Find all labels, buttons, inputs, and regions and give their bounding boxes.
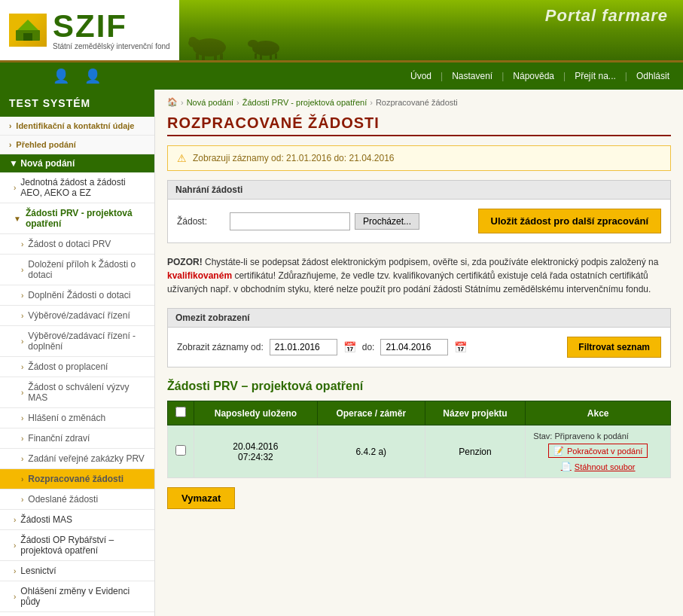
file-input-box[interactable] [230,212,350,230]
upload-label: Žádost: [177,216,222,227]
sidebar-item-zakazka-prv[interactable]: › Zadání veřejné zakázky PRV [0,449,154,469]
th-checkbox [168,401,194,425]
sidebar-label: Výběrové/zadávací řízení [28,310,130,321]
arrow-icon: › [9,141,11,149]
user-icon-1[interactable]: 👤 [53,68,69,84]
sidebar-item-vyzva-mas[interactable]: › Žádost o schválení výzvy MAS [0,377,154,408]
sidebar-label: Žádost o proplacení [28,361,108,372]
sidebar-label: Žádost o dotaci PRV [28,239,111,249]
row-checkbox[interactable] [175,445,186,456]
arrow-icon: › [14,541,16,550]
sidebar-label: Hlášení o změnách [28,413,105,423]
arrow-icon: › [9,122,11,130]
upload-section-title: Nahrání žádosti [168,181,670,200]
continue-icon: 📝 [553,446,564,456]
warning-icon: ⚠ [177,152,187,164]
row-time-value: 07:24:32 [202,452,309,462]
save-button[interactable]: Uložit žádost pro další zpracování [478,209,661,233]
sidebar-item-zadosti-mas[interactable]: › Žádosti MAS [0,510,154,530]
sidebar-item-hlaseni[interactable]: › Hlášení o změnách [0,408,154,428]
arrow-icon: ▼ [14,215,21,223]
arrow-icon: › [21,414,23,422]
calendar-to-icon[interactable]: 📅 [454,341,467,353]
header: SZIF Státní zemědělský intervenční fond … [0,0,683,63]
arrow-icon: › [21,389,23,397]
date-to-input[interactable] [380,339,448,355]
warning-banner: ⚠ Zobrazuji záznamy od: 21.01.2016 do: 2… [167,145,671,171]
sidebar-label: Žádosti PRV - projektová opatření [26,208,145,229]
upload-input-area: Procházet... [230,212,419,230]
arrow-icon: › [14,516,16,524]
row-status: Stav: Připraveno k podání [533,432,663,441]
filter-label-from: Zobrazit záznamy od: [177,342,264,352]
sidebar-label: Žádost o schválení výzvy MAS [28,382,145,403]
date-from-input[interactable] [270,339,337,355]
download-label: Stáhnout soubor [575,462,636,471]
sidebar-label: Žádosti OP Rybářství – projektová opatře… [20,535,145,556]
szif-logo-text: SZIF [53,11,170,42]
sidebar-label: Jednotná žádost a žádosti AEO, AEKO a EZ [20,177,145,198]
breadcrumb-zadosti-prv[interactable]: Žádosti PRV - projektová opatření [242,98,367,107]
sidebar-item-identifikace[interactable]: › Identifikační a kontaktní údaje [0,117,154,136]
sidebar-item-prehled[interactable]: › Přehled podání [0,136,154,154]
sidebar-item-zadosti-prv[interactable]: ▼ Žádosti PRV - projektová opatření [0,203,154,234]
upload-row: Žádost: Procházet... Uložit žádost pro d… [177,209,661,233]
sidebar-label: Nová podání [20,158,75,169]
svg-rect-2 [23,33,32,41]
svg-rect-14 [270,54,272,59]
sidebar-item-evidence-pudy[interactable]: › Ohlášení změny v Evidenci půdy [0,581,154,612]
notice-bold: kvalifikovaném [167,270,232,281]
notice-text-2: certifikátu! Zdůrazňujeme, že vedle tzv.… [167,270,651,294]
home-icon[interactable]: 🏠 [167,97,178,107]
breadcrumb-nova-podani[interactable]: Nová podání [187,98,233,107]
sidebar-item-doplneni[interactable]: › Doplnění Žádosti o dotaci [0,285,154,306]
pdf-icon: 📄 [561,462,572,471]
row-checkbox-cell [168,425,194,478]
arrow-icon: › [21,435,23,443]
sidebar-item-dolozeni[interactable]: › Doložení příloh k Žádosti o dotaci [0,255,154,285]
sidebar-item-lesnictvi[interactable]: › Lesnictví [0,561,154,581]
sidebar-item-odeslane[interactable]: › Odeslané žádosti [0,489,154,510]
nav-prejit[interactable]: Přejít na... [569,68,622,84]
nav-nastaveni[interactable]: Nastavení [446,68,499,84]
header-banner: Portal farmare [179,0,683,60]
row-action-cell: Stav: Připraveno k podání 📝 Pokračovat v… [526,425,671,478]
nav-odhlasit[interactable]: Odhlásit [630,68,675,84]
continue-button[interactable]: 📝 Pokračovat v podání [548,444,648,458]
breadcrumb: 🏠 › Nová podání › Žádosti PRV - projekto… [167,97,671,107]
nav-napoveda[interactable]: Nápověda [507,68,560,84]
sidebar-item-jednotna[interactable]: › Jednotná žádost a žádosti AEO, AEKO a … [0,172,154,203]
arrow-icon: › [21,312,23,320]
sidebar-item-doplnkova[interactable]: › Doplňková podání [0,612,154,616]
sidebar-label: Ohlášení změny v Evidenci půdy [20,586,145,607]
sidebar-item-vyberove[interactable]: › Výběrové/zadávací řízení [0,306,154,326]
nav-uvod[interactable]: Úvod [404,68,438,84]
sidebar-item-zadost-dotaci[interactable]: › Žádost o dotaci PRV [0,234,154,255]
sidebar-item-rybarstvi[interactable]: › Žádosti OP Rybářství – projektová opat… [0,530,154,561]
arrow-icon: › [14,593,16,601]
sidebar-label: Doplnění Žádosti o dotaci [28,290,130,300]
sidebar-item-vyberove-doplneni[interactable]: › Výběrové/zadávací řízení - doplnění [0,326,154,357]
table-section-title: Žádosti PRV – projektová opatření [167,380,671,393]
breadcrumb-current: Rozpracované žádosti [376,98,458,107]
sidebar: TEST SYSTÉM › Identifikační a kontaktní … [0,90,155,616]
download-button[interactable]: 📄 Stáhnout soubor [561,462,636,471]
sidebar-item-proplaceni[interactable]: › Žádost o proplacení [0,357,154,377]
sidebar-item-financni[interactable]: › Finanční zdraví [0,428,154,449]
sidebar-label: Odeslané žádosti [28,494,98,505]
sidebar-item-rozpracovane[interactable]: › Rozpracované žádosti [0,469,154,489]
svg-point-9 [189,37,197,43]
select-all-checkbox[interactable] [175,407,186,417]
browse-button[interactable]: Procházet... [355,213,419,230]
calendar-from-icon[interactable]: 📅 [343,341,356,353]
sidebar-label: Rozpracované žádosti [28,474,123,484]
filter-button[interactable]: Filtrovat seznam [567,337,661,358]
delete-button[interactable]: Vymazat [167,487,235,509]
svg-rect-13 [260,54,262,59]
row-operation: 6.4.2 a) [317,425,425,478]
filter-section: Omezit zobrazení Zobrazit záznamy od: 📅 … [167,308,671,367]
sidebar-label: Lesnictví [20,566,56,576]
user-icon-2[interactable]: 👤 [84,68,101,84]
th-akce: Akce [526,401,671,425]
sidebar-test-label: TEST SYSTÉM [0,90,154,117]
